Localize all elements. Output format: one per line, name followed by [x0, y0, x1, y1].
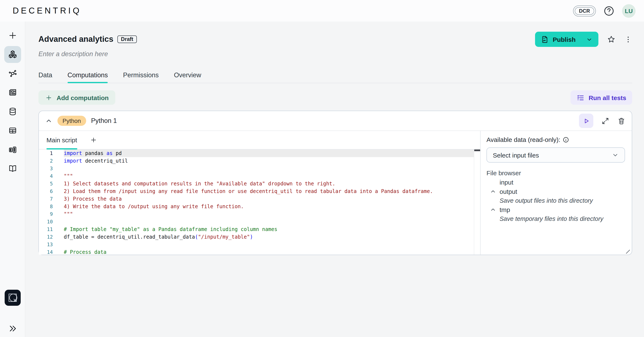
tab-overview[interactable]: Overview — [174, 71, 201, 83]
info-icon[interactable] — [562, 136, 569, 143]
tree-item-tmp[interactable]: tmp — [486, 205, 625, 214]
code-text — [64, 241, 474, 248]
code-text: # Process data — [64, 248, 474, 255]
file-tree: inputoutputSave output files into this d… — [486, 178, 625, 223]
code-text — [64, 165, 474, 172]
line-number: 6 — [39, 188, 53, 194]
panels-icon — [8, 145, 17, 154]
tree-item-description: Save output files into this directory — [500, 196, 625, 205]
code-line-10[interactable]: 10 — [39, 218, 474, 226]
page-title: Advanced analytics — [38, 35, 114, 44]
code-line-13[interactable]: 13 — [39, 241, 474, 248]
code-text: # Import table "my_table" as a Pandas da… — [64, 226, 474, 233]
tree-item-input[interactable]: input — [486, 178, 625, 187]
line-number: 10 — [39, 219, 53, 225]
kebab-menu-icon[interactable] — [624, 35, 632, 43]
code-line-6[interactable]: 62) Load them from /input using any read… — [39, 188, 474, 195]
line-number: 13 — [39, 242, 53, 248]
code-line-2[interactable]: 2import decentriq_util — [39, 157, 474, 165]
line-number: 8 — [39, 204, 53, 210]
code-text: import pandas as pd — [64, 150, 474, 157]
tab-computations[interactable]: Computations — [68, 71, 108, 83]
chevron-up-icon[interactable] — [490, 207, 496, 212]
scrollbar-thumb[interactable] — [474, 150, 480, 151]
page-tabs: DataComputationsPermissionsOverview — [38, 71, 632, 83]
add-script-tab-plus-icon[interactable] — [90, 136, 97, 144]
add-computation-button[interactable]: Add computation — [38, 90, 116, 105]
line-number: 12 — [39, 234, 53, 240]
line-number: 4 — [39, 173, 53, 179]
code-text: """ — [64, 172, 474, 180]
code-line-1[interactable]: 1import pandas as pd — [39, 150, 474, 157]
run-computation-button[interactable] — [579, 114, 593, 128]
publish-button[interactable]: Publish — [535, 32, 598, 47]
topbar: DECENTRIQ DCR LU — [0, 0, 644, 22]
sidebar-item-cubes[interactable] — [4, 46, 21, 63]
code-line-12[interactable]: 12df_table = decentriq_util.read_tabular… — [39, 233, 474, 241]
code-line-14[interactable]: 14# Process data — [39, 248, 474, 255]
sidebar-item-logo-tile[interactable] — [4, 290, 20, 306]
chevron-down-icon — [586, 36, 592, 42]
sidebar-item-newspaper[interactable] — [4, 84, 21, 101]
sidebar-item-table[interactable] — [4, 122, 21, 139]
description-placeholder[interactable]: Enter a description here — [38, 50, 632, 58]
app-logo: DECENTRIQ — [13, 6, 82, 16]
code-line-8[interactable]: 84) Write the data to /output using any … — [39, 203, 474, 210]
sidebar-item-database[interactable] — [4, 103, 21, 120]
expand-icon[interactable] — [601, 117, 609, 125]
publish-label: Publish — [553, 36, 576, 43]
code-line-3[interactable]: 3 — [39, 165, 474, 172]
file-browser-label: File browser — [486, 169, 625, 176]
resize-handle[interactable] — [626, 248, 630, 254]
computation-type-badge: Python — [58, 116, 86, 126]
select-input-files-dropdown[interactable]: Select input files — [486, 148, 625, 162]
code-line-7[interactable]: 73) Process the data — [39, 195, 474, 203]
cubes-icon — [8, 50, 17, 59]
line-number: 11 — [39, 226, 53, 232]
database-icon — [8, 107, 17, 116]
computation-card-header: Python Python 1 — [39, 111, 632, 130]
available-data-row: Available data (read-only): — [486, 136, 625, 143]
tab-main-script[interactable]: Main script — [46, 131, 77, 149]
shell: Advanced analytics Draft Publish — [0, 22, 644, 337]
code-text: """ — [64, 210, 474, 218]
computation-card-body: Main script 1import pandas as pd2import … — [39, 130, 632, 255]
line-number: 5 — [39, 181, 53, 187]
line-number: 2 — [39, 158, 53, 164]
code-lines: 1import pandas as pd2import decentriq_ut… — [39, 150, 474, 255]
tree-item-output[interactable]: output — [486, 187, 625, 196]
chevron-down-icon — [612, 152, 619, 158]
tree-item-name: output — [500, 188, 517, 195]
chevron-up-icon[interactable] — [490, 189, 496, 194]
code-line-4[interactable]: 4""" — [39, 172, 474, 180]
plus-icon — [8, 31, 17, 40]
dcr-badge[interactable]: DCR — [573, 5, 596, 16]
checklist-icon — [576, 94, 584, 102]
chevrons-right-icon — [8, 324, 17, 333]
tab-permissions[interactable]: Permissions — [123, 71, 159, 83]
trash-icon[interactable] — [618, 117, 626, 125]
computation-name[interactable]: Python 1 — [91, 117, 117, 124]
code-line-9[interactable]: 9""" — [39, 210, 474, 218]
sidebar-item-plus[interactable] — [4, 27, 21, 44]
title-row: Advanced analytics Draft Publish — [38, 32, 632, 47]
sidebar-item-network[interactable] — [4, 65, 21, 82]
favorite-star-icon[interactable] — [607, 35, 616, 44]
tab-data[interactable]: Data — [38, 71, 52, 83]
collapse-chevron-up-icon[interactable] — [45, 117, 52, 124]
line-number: 7 — [39, 196, 53, 202]
topbar-right: DCR LU — [573, 4, 636, 18]
run-all-tests-label: Run all tests — [589, 94, 626, 101]
code-line-11[interactable]: 11# Import table "my_table" as a Pandas … — [39, 226, 474, 233]
computation-card: Python Python 1 — [38, 111, 632, 255]
avatar[interactable]: LU — [622, 4, 636, 18]
logo-tile-icon — [5, 290, 20, 305]
sidebar-item-book[interactable] — [4, 160, 21, 177]
help-icon[interactable] — [604, 5, 614, 16]
code-line-5[interactable]: 51) Select datasets and computation resu… — [39, 180, 474, 188]
available-data-panel: Available data (read-only): Select input… — [480, 131, 632, 255]
sidebar-item-panels[interactable] — [4, 141, 21, 158]
code-editor[interactable]: 1import pandas as pd2import decentriq_ut… — [39, 150, 480, 255]
run-all-tests-button[interactable]: Run all tests — [570, 90, 632, 105]
sidebar-item-chevrons-right[interactable] — [4, 320, 21, 337]
